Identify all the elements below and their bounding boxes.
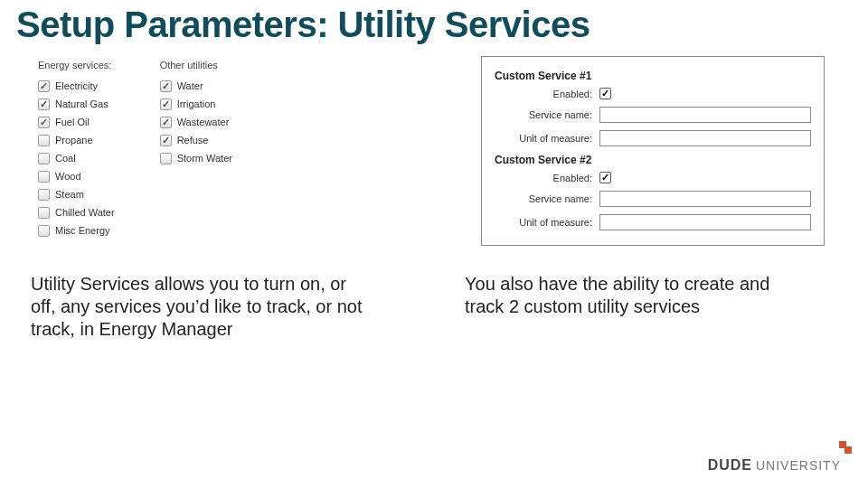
unit-of-measure-label: Unit of measure: (495, 217, 592, 228)
energy-service-row: Natural Gas (38, 96, 115, 112)
energy-service-label: Steam (55, 189, 84, 200)
other-utility-checkbox[interactable] (160, 135, 172, 146)
energy-service-label: Fuel Oil (55, 117, 90, 127)
custom-service-header: Custom Service #2 (495, 154, 811, 166)
page-title: Setup Parameters: Utility Services (0, 0, 868, 47)
energy-service-row: Propane (38, 132, 115, 148)
energy-service-row: Misc Energy (38, 222, 115, 239)
footer-suffix: UNIVERSITY (756, 458, 841, 473)
energy-service-label: Chilled Water (55, 207, 115, 218)
other-utility-checkbox[interactable] (160, 117, 172, 128)
energy-service-row: Steam (38, 186, 115, 202)
other-utilities-column: Other utilities WaterIrrigationWastewate… (160, 60, 232, 239)
other-utility-row: Wastewater (160, 114, 232, 130)
energy-service-row: Electricity (38, 78, 115, 94)
brand-corner-mark-icon (839, 441, 852, 454)
other-utility-label: Wastewater (177, 117, 230, 127)
energy-services-header: Energy services: (38, 60, 115, 70)
enabled-label: Enabled: (495, 89, 592, 99)
other-utility-label: Storm Water (177, 153, 232, 164)
service-name-label: Service name: (495, 193, 592, 204)
custom-services-panel: Custom Service #1Enabled:Service name:Un… (481, 60, 825, 246)
energy-service-label: Wood (55, 171, 81, 182)
other-utility-row: Water (160, 78, 232, 94)
energy-service-label: Propane (55, 135, 93, 145)
caption-right: You also have the ability to create and … (465, 273, 808, 341)
energy-service-row: Coal (38, 150, 115, 166)
energy-service-checkbox[interactable] (38, 135, 50, 146)
energy-service-checkbox[interactable] (38, 189, 50, 201)
other-utility-checkbox[interactable] (160, 99, 172, 110)
energy-service-checkbox[interactable] (38, 80, 50, 92)
unit-of-measure-input[interactable] (599, 130, 811, 146)
energy-service-checkbox[interactable] (38, 207, 50, 219)
other-utility-checkbox[interactable] (160, 153, 172, 164)
footer-brand: DUDE (708, 457, 752, 474)
energy-service-checkbox[interactable] (38, 171, 50, 183)
energy-services-column: Energy services: ElectricityNatural GasF… (38, 60, 115, 239)
energy-service-label: Misc Energy (55, 225, 110, 236)
other-utility-row: Irrigation (160, 96, 232, 112)
energy-service-row: Wood (38, 168, 115, 184)
energy-service-label: Natural Gas (55, 99, 108, 109)
other-utility-label: Refuse (177, 135, 209, 145)
energy-service-checkbox[interactable] (38, 99, 50, 110)
enabled-checkbox[interactable] (599, 88, 611, 99)
service-name-label: Service name: (495, 109, 592, 120)
other-utility-label: Irrigation (177, 99, 216, 109)
energy-service-checkbox[interactable] (38, 153, 50, 164)
custom-service-header: Custom Service #1 (495, 70, 811, 82)
energy-service-label: Electricity (55, 80, 98, 91)
energy-service-row: Fuel Oil (38, 114, 115, 130)
unit-of-measure-label: Unit of measure: (495, 133, 592, 144)
other-utilities-header: Other utilities (160, 60, 232, 70)
other-utility-row: Refuse (160, 132, 232, 148)
other-utility-row: Storm Water (160, 150, 232, 166)
energy-service-checkbox[interactable] (38, 225, 50, 237)
utility-services-panel: Energy services: ElectricityNatural GasF… (38, 60, 382, 239)
other-utility-checkbox[interactable] (160, 80, 172, 92)
footer-logo: DUDE UNIVERSITY (708, 457, 841, 474)
enabled-label: Enabled: (495, 173, 592, 183)
service-name-input[interactable] (599, 107, 811, 123)
other-utility-label: Water (177, 80, 203, 91)
energy-service-label: Coal (55, 153, 76, 164)
energy-service-checkbox[interactable] (38, 117, 50, 128)
unit-of-measure-input[interactable] (599, 214, 811, 230)
caption-left: Utility Services allows you to turn on, … (31, 273, 374, 341)
service-name-input[interactable] (599, 191, 811, 207)
enabled-checkbox[interactable] (599, 172, 611, 183)
energy-service-row: Chilled Water (38, 204, 115, 221)
